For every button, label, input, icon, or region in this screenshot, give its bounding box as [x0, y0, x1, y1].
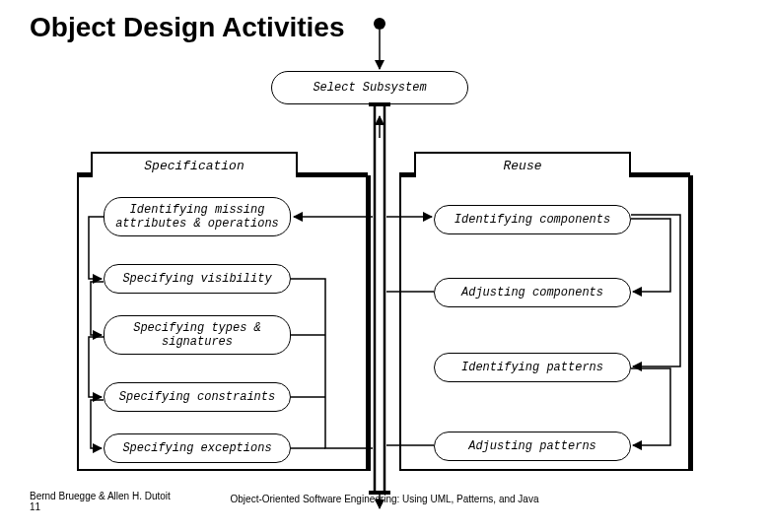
node-left-3: Specifying constraints — [104, 382, 291, 412]
node-left-2: Specifying types & signatures — [104, 315, 291, 355]
node-right-3: Adjusting patterns — [434, 432, 631, 461]
tab-specification: Specification — [91, 152, 298, 177]
node-left-0: Identifying missing attributes & operati… — [104, 197, 291, 236]
tab-reuse: Reuse — [414, 152, 631, 177]
footer-author: Bernd Bruegge & Allen H. Dutoit 11 — [30, 491, 171, 512]
node-right-0: Identifying components — [434, 205, 631, 234]
start-dot — [374, 18, 385, 30]
node-select-subsystem: Select Subsystem — [271, 71, 468, 104]
footer-subtitle: Object-Oriented Software Engineering: Us… — [231, 494, 539, 504]
node-right-2: Identifying patterns — [434, 353, 631, 382]
node-left-1: Specifying visibility — [104, 264, 291, 294]
node-left-4: Specifying exceptions — [104, 433, 291, 463]
node-right-1: Adjusting components — [434, 278, 631, 307]
page-title: Object Design Activities — [30, 12, 345, 43]
